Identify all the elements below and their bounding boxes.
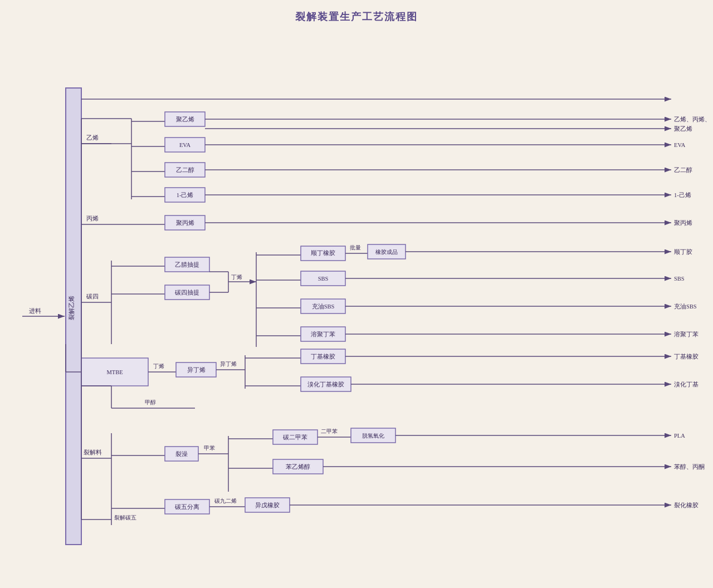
output-hexene: 1-己烯 — [674, 192, 691, 198]
c5-label: 裂解碳五 — [114, 514, 136, 521]
rubber-product-text: 橡胶成品 — [375, 249, 398, 255]
propylene-label: 丙烯 — [86, 215, 99, 222]
dehydro-ox-text: 脱氢氧化 — [362, 433, 384, 439]
output-sbs: SBS — [674, 276, 685, 282]
eva-text: EVA — [179, 142, 191, 148]
c4-label: 碳四 — [86, 293, 99, 300]
mtbe-text: MTBE — [106, 369, 123, 375]
xylene-label: 二甲苯 — [321, 428, 338, 434]
cracking-residue-label: 裂解料 — [84, 449, 102, 455]
c9-diene-label: 碳九二烯 — [214, 498, 237, 504]
methanol-label: 甲醇 — [145, 399, 156, 405]
mtbe-butene-label: 丁烯 — [153, 363, 164, 369]
butene-label: 丁烯 — [231, 274, 242, 280]
c2-xylene-text: 碳二甲苯 — [282, 434, 307, 440]
butyl-rubber-text: 丁基橡胶 — [311, 353, 335, 360]
output-benzene-acetone: 苯醇、丙酮 — [674, 463, 705, 470]
isobutylene-label2: 异丁烯 — [220, 361, 237, 367]
input-label: 进料 — [29, 307, 41, 314]
sbs-text: SBS — [318, 276, 329, 282]
output-ethylene-products: 乙烯、丙烯、碳四 — [674, 116, 707, 122]
output-pla: PLA — [674, 433, 685, 439]
acetonitrile-text: 乙腈抽提 — [175, 262, 199, 268]
cracking-text: 裂澡 — [175, 451, 188, 457]
output-poly-ethylene: 聚乙烯 — [674, 125, 692, 132]
batch-label: 批量 — [350, 244, 361, 251]
diagram-container: 裂解乙烯 进料 乙烯 聚乙烯 乙烯、丙烯、碳四 聚乙烯 EVA EVA 乙二醇 … — [6, 33, 707, 582]
solution-sb-text: 溶聚丁苯 — [311, 331, 335, 337]
output-bromo-butyl: 溴化丁基 — [674, 381, 699, 388]
hexene-text: 1-己烯 — [177, 192, 194, 198]
output-cis-rubber: 顺丁胶 — [674, 248, 692, 255]
toluene-label: 甲苯 — [204, 445, 215, 451]
cis-rubber-text: 顺丁橡胶 — [311, 249, 335, 256]
oil-sbs-text: 充油SBS — [312, 303, 335, 310]
bromo-butyl-text: 溴化丁基橡胶 — [307, 381, 344, 388]
output-solution-sb: 溶聚丁苯 — [674, 331, 699, 337]
styrene-alcohol-text: 苯乙烯醇 — [286, 463, 310, 470]
output-poly-propylene: 聚丙烯 — [674, 219, 692, 226]
ethylene-glycol-text: 乙二醇 — [176, 166, 194, 173]
page-title: 裂解装置生产工艺流程图 — [0, 10, 713, 23]
isobutylene-text: 异丁烯 — [187, 366, 206, 373]
output-ethylene-glycol: 乙二醇 — [674, 166, 692, 173]
ethylene-label: 乙烯 — [86, 134, 99, 141]
poly-propylene-text: 聚丙烯 — [176, 219, 194, 226]
output-butyl-rubber: 丁基橡胶 — [674, 353, 699, 360]
output-eva: EVA — [674, 142, 686, 148]
isoprene-rubber-text: 异戊橡胶 — [255, 502, 280, 508]
output-cracked-rubber: 裂化橡胶 — [674, 502, 699, 508]
c4-extract-text: 碳四抽提 — [174, 290, 199, 296]
poly-ethylene-text: 聚乙烯 — [176, 116, 194, 122]
output-oil-sbs: 充油SBS — [674, 303, 697, 310]
c5-separation-text: 碳五分离 — [174, 503, 199, 510]
main-bar-label: 裂解乙烯 — [68, 296, 75, 320]
